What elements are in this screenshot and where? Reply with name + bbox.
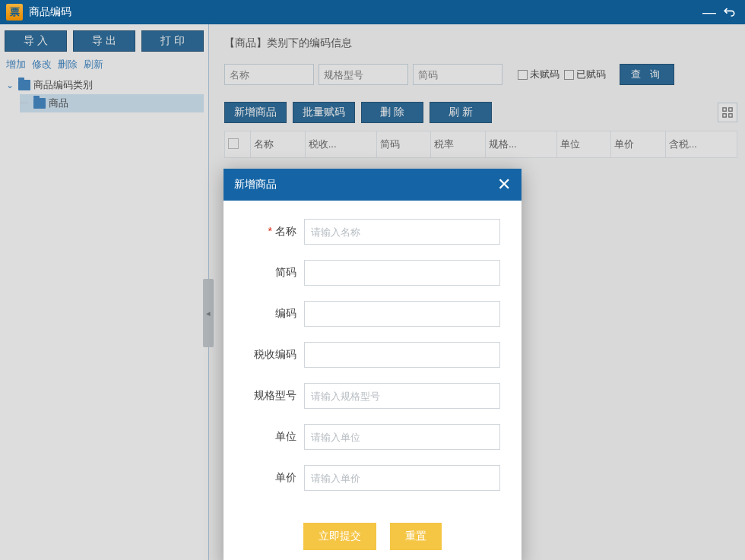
label-short: 简码: [239, 266, 304, 280]
dialog-title: 新增商品: [234, 178, 277, 191]
input-code[interactable]: [304, 301, 500, 327]
input-unit[interactable]: [304, 424, 500, 450]
window-title: 商品编码: [29, 5, 699, 19]
title-bar: 票 商品编码 —: [0, 0, 745, 24]
label-price: 单价: [239, 471, 304, 485]
minimize-button[interactable]: —: [699, 2, 719, 22]
input-price[interactable]: [304, 465, 500, 491]
back-icon[interactable]: [719, 2, 739, 22]
label-unit: 单位: [239, 430, 304, 444]
dialog-header: 新增商品 ✕: [224, 169, 522, 201]
label-name: *名称: [239, 225, 304, 239]
input-spec[interactable]: [304, 383, 500, 409]
close-icon[interactable]: ✕: [497, 175, 511, 195]
input-tax-code[interactable]: [304, 342, 500, 368]
label-tax-code: 税收编码: [239, 348, 304, 362]
modal-overlay: 新增商品 ✕ *名称 简码 编码 税收编码: [0, 24, 745, 560]
add-product-dialog: 新增商品 ✕ *名称 简码 编码 税收编码: [224, 169, 522, 560]
input-short[interactable]: [304, 260, 500, 286]
app-logo: 票: [6, 4, 23, 21]
label-code: 编码: [239, 307, 304, 321]
submit-button[interactable]: 立即提交: [303, 523, 376, 550]
reset-button[interactable]: 重置: [390, 523, 442, 550]
label-spec: 规格型号: [239, 389, 304, 403]
input-name[interactable]: [304, 219, 500, 245]
